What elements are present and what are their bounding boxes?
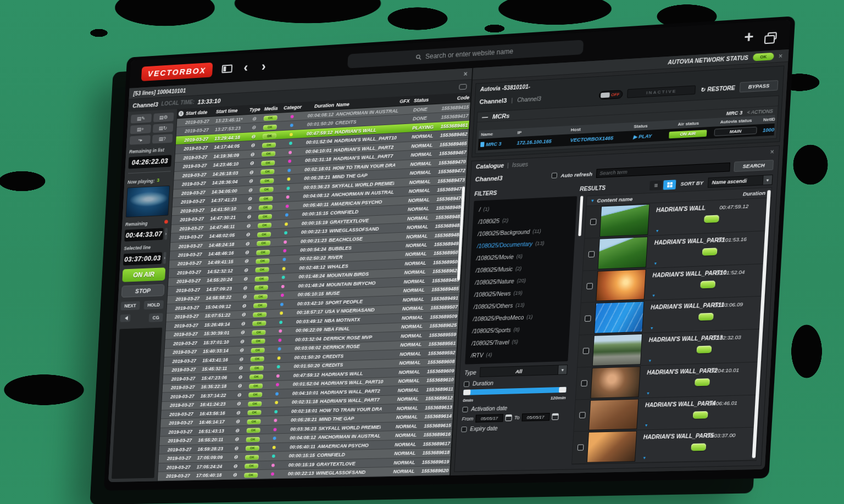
- result-checkbox[interactable]: [581, 380, 587, 386]
- actions-link[interactable]: < ACTIONS: [747, 108, 773, 115]
- auto-refresh-checkbox[interactable]: [551, 172, 557, 178]
- remaining-expand-icon[interactable]: ›: [164, 228, 168, 240]
- next-button[interactable]: NEXT: [121, 301, 140, 310]
- chevron-down-icon[interactable]: ▾: [645, 423, 648, 428]
- result-row[interactable]: HADRIAN'S WALL_PART500:03:37.00▾: [572, 428, 758, 464]
- duration-header[interactable]: Duration: [743, 190, 766, 197]
- col-name[interactable]: Name: [335, 98, 399, 107]
- result-checkbox[interactable]: [579, 412, 585, 418]
- on-air-button[interactable]: ON AIR: [122, 267, 165, 282]
- grid-view-button[interactable]: [663, 180, 676, 190]
- col-type[interactable]: Type: [248, 106, 261, 112]
- duration-checkbox[interactable]: [464, 381, 470, 387]
- tabs-icon[interactable]: [767, 32, 777, 40]
- col-code[interactable]: Code: [437, 94, 470, 102]
- to-date-input[interactable]: [521, 413, 549, 421]
- add-item-icon[interactable]: ▤+: [130, 125, 151, 135]
- result-checkbox[interactable]: [582, 348, 589, 354]
- list-settings-icon[interactable]: ▤⚙: [153, 113, 174, 122]
- close-icon[interactable]: ×: [770, 148, 774, 156]
- window-layout-icon[interactable]: [221, 64, 232, 73]
- result-thumbnail: [599, 204, 650, 237]
- result-checkbox[interactable]: [586, 283, 593, 290]
- forward-icon[interactable]: ›: [259, 60, 269, 74]
- result-row[interactable]: HADRIAN'S WALL_PART1100:03:06.09▾: [579, 296, 765, 335]
- col-media[interactable]: Media: [261, 105, 281, 111]
- calendar-icon[interactable]: [552, 413, 559, 420]
- type-dropdown[interactable]: All ▼: [479, 365, 568, 377]
- cg-button[interactable]: CG: [149, 313, 163, 322]
- row-gfx-cell: [390, 255, 404, 255]
- divider-scroll-thumb[interactable]: [578, 196, 583, 236]
- back-icon[interactable]: ‹: [241, 61, 251, 75]
- mcr-col-autovia-status: Autovia status: [711, 117, 761, 125]
- row-name: GRAYTEXTLOVE: [329, 216, 392, 225]
- media-ok-badge: OK: [254, 294, 268, 300]
- col-start-time[interactable]: Start time: [215, 107, 248, 114]
- mcr-host: VECTORBOX1465: [568, 134, 631, 143]
- result-checkbox[interactable]: [584, 316, 591, 322]
- row-gfx-cell: [389, 273, 403, 273]
- chevron-down-icon[interactable]: ▾: [647, 390, 649, 395]
- col-status[interactable]: Status: [413, 96, 438, 103]
- info-column-header[interactable]: i: [177, 110, 185, 116]
- next-hold-row: NEXT HOLD: [121, 300, 164, 310]
- chevron-down-icon[interactable]: ▾: [643, 455, 646, 460]
- activation-checkbox[interactable]: [462, 406, 468, 412]
- row-name: CREDITS: [321, 352, 385, 360]
- content-name-header[interactable]: Content name: [597, 196, 633, 204]
- result-checkbox[interactable]: [577, 444, 584, 450]
- result-row[interactable]: HADRIAN'S WALL_PART1300:02:32.03▾: [578, 329, 763, 368]
- chevron-down-icon[interactable]: ▾: [591, 198, 594, 203]
- selected-expand-icon[interactable]: ›: [163, 252, 166, 264]
- play-list-icon[interactable]: ◔▸: [130, 135, 151, 145]
- chevron-down-icon[interactable]: ▾: [652, 293, 655, 298]
- duration-slider[interactable]: [463, 387, 567, 395]
- expiry-checkbox[interactable]: [461, 426, 467, 432]
- chevron-down-icon[interactable]: ▾: [651, 326, 653, 331]
- hold-button[interactable]: HOLD: [143, 300, 164, 310]
- close-icon[interactable]: ×: [778, 52, 782, 60]
- col-category[interactable]: Categor: [281, 104, 304, 110]
- help-icon[interactable]: ▤?: [152, 134, 173, 144]
- stop-button[interactable]: STOP: [121, 284, 165, 298]
- result-checkbox[interactable]: [588, 251, 595, 257]
- close-icon[interactable]: ×: [463, 70, 468, 79]
- bypass-button[interactable]: BYPASS: [740, 80, 779, 93]
- link-icon[interactable]: [459, 83, 467, 89]
- result-gutter: [578, 335, 594, 367]
- row-media-cell: OK: [258, 159, 278, 166]
- result-row[interactable]: HADRIAN'S WALL_PART400:06:46.01▾: [574, 395, 759, 432]
- row-media-cell: OK: [259, 132, 280, 139]
- tab-catalogue[interactable]: Catalogue: [476, 162, 504, 170]
- calendar-icon[interactable]: [505, 415, 512, 421]
- restore-button[interactable]: ↻ RESTORE: [700, 85, 735, 93]
- row-code: 1553689592: [424, 350, 457, 356]
- search-button[interactable]: SEARCH: [734, 160, 774, 172]
- new-tab-icon[interactable]: +: [743, 29, 754, 45]
- row-type-icon: ⊖: [240, 267, 252, 273]
- row-name: MIND THE GAP: [318, 415, 381, 422]
- chevron-down-icon[interactable]: ▾: [656, 228, 659, 233]
- power-toggle[interactable]: OFF: [599, 89, 623, 99]
- col-duration[interactable]: Duration: [304, 102, 336, 109]
- result-thumbnail: [592, 334, 642, 366]
- sort-dropdown[interactable]: Name ascendi ▼: [708, 175, 773, 188]
- chevron-down-icon[interactable]: ▾: [654, 261, 657, 266]
- edit-list-icon[interactable]: ▤✎: [131, 114, 152, 124]
- list-view-button[interactable]: ≡: [649, 180, 663, 190]
- row-code: 1553689462: [436, 131, 469, 138]
- document-icon: [480, 142, 485, 147]
- col-start-date[interactable]: Start date: [185, 109, 215, 116]
- row-code: 1553689616: [419, 432, 452, 438]
- filter-tree-item[interactable]: /RTV(4): [465, 346, 569, 362]
- row-media-cell: OK: [248, 329, 269, 335]
- chevron-down-icon[interactable]: ▾: [649, 358, 652, 363]
- from-date-input[interactable]: [475, 414, 503, 422]
- result-row[interactable]: HADRIAN'S WALL_PART200:04:10.01▾: [576, 362, 762, 400]
- speaker-button[interactable]: [120, 314, 130, 322]
- tab-issues[interactable]: Issues: [512, 161, 529, 168]
- col-gfx[interactable]: GFX: [398, 98, 413, 104]
- reload-list-icon[interactable]: ▤↻: [152, 123, 173, 133]
- result-checkbox[interactable]: [590, 219, 596, 225]
